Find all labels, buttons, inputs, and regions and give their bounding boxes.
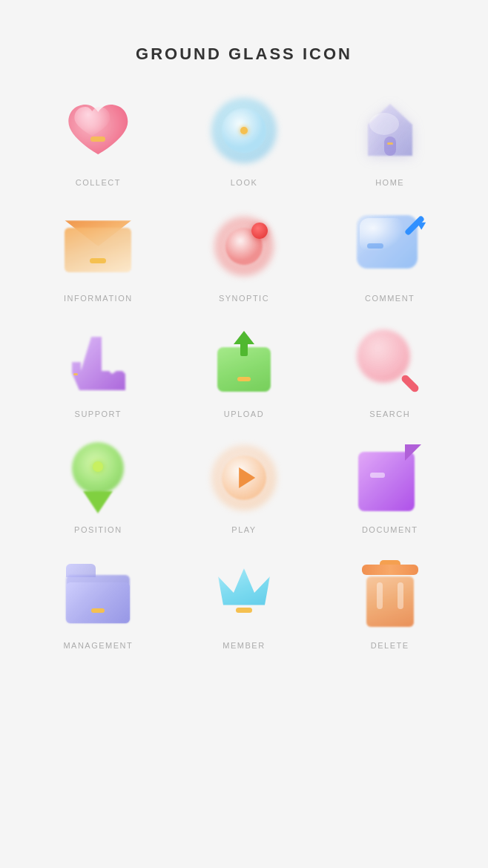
delete-label: DELETE	[371, 641, 409, 650]
icon-cell-management: MANAGEMENT	[29, 556, 168, 650]
icon-cell-search: SEARCH	[320, 325, 459, 418]
svg-point-1	[369, 113, 399, 135]
icon-wrap-play	[207, 441, 281, 515]
upload-icon	[211, 329, 277, 395]
document-label: DOCUMENT	[362, 525, 418, 534]
icon-cell-delete: DELETE	[320, 556, 459, 650]
icon-wrap-member	[207, 556, 281, 631]
icon-wrap-information	[61, 209, 135, 283]
icon-wrap-delete	[353, 556, 427, 631]
support-icon	[65, 332, 131, 392]
icon-cell-collect: COLLECT	[29, 93, 168, 187]
icon-cell-information: INFORMATION	[29, 209, 168, 303]
document-icon	[358, 444, 421, 511]
synoptic-label: SYNOPTIC	[219, 294, 269, 303]
home-label: HOME	[375, 178, 404, 187]
icon-wrap-search	[353, 325, 427, 399]
collect-icon	[65, 101, 131, 160]
icon-cell-position: POSITION	[29, 441, 168, 534]
icon-wrap-support	[61, 325, 135, 399]
look-icon	[211, 98, 277, 163]
look-label: LOOK	[231, 178, 258, 187]
icon-wrap-home	[353, 93, 427, 168]
svg-rect-2	[384, 137, 396, 156]
icon-wrap-comment	[353, 209, 427, 283]
search-icon	[357, 329, 423, 395]
page-title: GROUND GLASS ICON	[136, 45, 352, 64]
support-label: SUPPORT	[75, 410, 122, 418]
icon-wrap-document	[353, 441, 427, 515]
synoptic-icon	[211, 214, 277, 279]
member-icon	[211, 561, 277, 626]
icon-cell-comment: COMMENT	[320, 209, 459, 303]
information-label: INFORMATION	[64, 294, 133, 303]
management-label: MANAGEMENT	[63, 641, 133, 650]
collect-label: COLLECT	[76, 178, 121, 187]
icon-cell-synoptic: SYNOPTIC	[175, 209, 314, 303]
icon-cell-play: PLAY	[175, 441, 314, 534]
information-icon	[65, 220, 131, 272]
delete-icon	[360, 560, 420, 627]
management-icon	[65, 564, 131, 623]
icon-wrap-management	[61, 556, 135, 631]
icon-grid: COLLECT LOOK	[14, 93, 474, 694]
svg-rect-3	[387, 142, 393, 145]
comment-icon	[357, 215, 423, 278]
icon-wrap-position	[61, 441, 135, 515]
icon-wrap-look	[207, 93, 281, 168]
icon-wrap-synoptic	[207, 209, 281, 283]
icon-cell-member: MEMBER	[175, 556, 314, 650]
upload-label: UPLOAD	[224, 410, 264, 418]
play-label: PLAY	[231, 525, 256, 534]
icon-cell-home: HOME	[320, 93, 459, 187]
icon-wrap-collect	[61, 93, 135, 168]
member-label: MEMBER	[222, 641, 265, 650]
icon-cell-support: SUPPORT	[29, 325, 168, 418]
svg-rect-4	[73, 373, 78, 375]
comment-label: COMMENT	[365, 294, 415, 303]
play-icon	[211, 445, 277, 510]
icon-cell-upload: UPLOAD	[175, 325, 314, 418]
icon-wrap-upload	[207, 325, 281, 399]
icon-cell-document: DOCUMENT	[320, 441, 459, 534]
position-icon	[65, 442, 131, 513]
icon-cell-look: LOOK	[175, 93, 314, 187]
home-icon	[357, 98, 423, 163]
search-label: SEARCH	[369, 410, 410, 418]
position-label: POSITION	[74, 525, 122, 534]
